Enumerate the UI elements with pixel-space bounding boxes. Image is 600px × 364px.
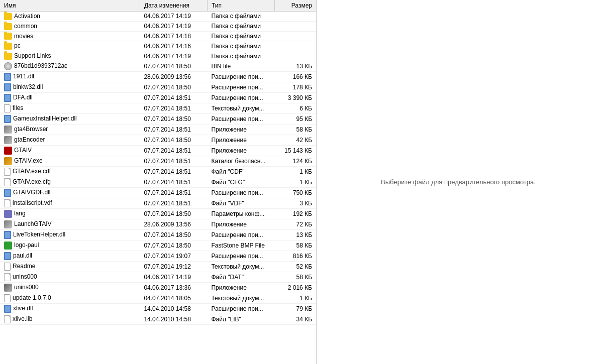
file-type-cell: Расширение при...: [207, 93, 274, 103]
file-type-cell: BIN file: [207, 61, 274, 72]
table-row[interactable]: Activation04.06.2017 14:19Папка с файлам…: [0, 12, 316, 22]
file-size-cell: 1 КБ: [275, 293, 317, 304]
file-name-cell: unins000: [0, 272, 140, 283]
dll-icon: [4, 231, 11, 239]
dll-icon: [4, 115, 11, 123]
table-row[interactable]: gtaEncoder07.07.2014 18:50Приложение42 К…: [0, 135, 316, 146]
table-row[interactable]: LiveTokenHelper.dll07.07.2014 18:50Расши…: [0, 230, 316, 240]
file-name-label: Support Links: [14, 52, 51, 59]
file-type-cell: Расширение при...: [207, 114, 274, 125]
file-size-cell: 42 КБ: [275, 135, 317, 146]
file-date-cell: 07.07.2014 18:51: [140, 177, 207, 188]
file-type-cell: FastStone BMP File: [207, 240, 274, 251]
file-size-cell: 166 КБ: [275, 72, 317, 82]
file-type-cell: Приложение: [207, 219, 274, 230]
table-row[interactable]: DFA.dll07.07.2014 18:51Расширение при...…: [0, 93, 316, 103]
table-row[interactable]: GTAIV07.07.2014 18:51Приложение15 143 КБ: [0, 146, 316, 156]
table-row[interactable]: GTAIV.exe07.07.2014 18:51Каталог безопас…: [0, 156, 316, 167]
file-list-pane[interactable]: Имя Дата изменения Тип Размер Activation…: [0, 0, 317, 364]
file-name-cell: GameuxInstallHelper.dll: [0, 114, 140, 125]
table-row[interactable]: gta4Browser07.07.2014 18:51Приложение58 …: [0, 125, 316, 135]
dll-icon: [4, 252, 11, 260]
file-size-cell: 15 143 КБ: [275, 146, 317, 156]
file-date-cell: 14.04.2010 14:58: [140, 314, 207, 325]
table-row[interactable]: GTAIVGDF.dll07.07.2014 18:51Расширение п…: [0, 188, 316, 198]
file-type-cell: Расширение при...: [207, 82, 274, 93]
file-name-label: common: [14, 23, 37, 30]
file-name-cell: common: [0, 21, 140, 31]
table-header-row: Имя Дата изменения Тип Размер: [0, 0, 316, 12]
col-header-date[interactable]: Дата изменения: [140, 0, 207, 12]
table-row[interactable]: Readme07.07.2014 19:12Текстовый докум...…: [0, 262, 316, 272]
bin-icon: [4, 62, 12, 70]
file-name-label: GTAIVGDF.dll: [13, 189, 50, 196]
file-name-label: installscript.vdf: [13, 199, 52, 206]
table-row[interactable]: common04.06.2017 14:19Папка с файлами: [0, 21, 316, 31]
file-date-cell: 07.07.2014 18:51: [140, 93, 207, 103]
file-type-cell: Расширение при...: [207, 188, 274, 198]
dll-icon: [4, 83, 11, 91]
file-icon: [4, 273, 11, 281]
file-date-cell: 07.07.2014 18:51: [140, 188, 207, 198]
table-row[interactable]: GTAIV.exe.cfg07.07.2014 18:51Файл "CFG"1…: [0, 177, 316, 188]
table-row[interactable]: unins00004.06.2017 13:36Приложение2 016 …: [0, 283, 316, 293]
file-name-cell: Activation: [0, 12, 140, 22]
file-date-cell: 04.07.2014 18:05: [140, 293, 207, 304]
file-name-label: unins000: [14, 284, 39, 291]
file-name-cell: unins000: [0, 283, 140, 293]
file-size-cell: 2 016 КБ: [275, 283, 317, 293]
file-name-label: xlive.lib: [13, 315, 32, 322]
table-row[interactable]: logo-paul07.07.2014 18:50FastStone BMP F…: [0, 240, 316, 251]
file-name-cell: gtaEncoder: [0, 135, 140, 146]
table-row[interactable]: installscript.vdf07.07.2014 18:51Файл "V…: [0, 198, 316, 209]
col-header-size[interactable]: Размер: [275, 0, 317, 12]
folder-icon: [4, 23, 12, 30]
file-name-label: files: [13, 104, 23, 111]
folder-icon: [4, 33, 12, 40]
file-size-cell: [275, 12, 317, 22]
file-name-label: paul.dll: [13, 252, 32, 259]
file-date-cell: 04.06.2017 14:16: [140, 41, 207, 51]
file-name-cell: binkw32.dll: [0, 82, 140, 93]
file-name-label: DFA.dll: [13, 94, 33, 101]
table-row[interactable]: binkw32.dll07.07.2014 18:50Расширение пр…: [0, 82, 316, 93]
table-row[interactable]: 1911.dll28.06.2009 13:56Расширение при..…: [0, 72, 316, 82]
file-name-cell: pc: [0, 41, 140, 51]
table-row[interactable]: GTAIV.exe.cdf07.07.2014 18:51Файл "CDF"1…: [0, 167, 316, 177]
file-name-label: gta4Browser: [14, 126, 48, 133]
file-size-cell: 178 КБ: [275, 82, 317, 93]
col-header-type[interactable]: Тип: [207, 0, 274, 12]
table-row[interactable]: unins00004.06.2017 14:19Файл "DAT"58 КБ: [0, 272, 316, 283]
file-name-label: GameuxInstallHelper.dll: [13, 115, 77, 122]
file-size-cell: 34 КБ: [275, 314, 317, 325]
txt-icon: [4, 294, 11, 302]
file-date-cell: 04.06.2017 14:19: [140, 51, 207, 61]
app-icon: [4, 220, 12, 228]
table-row[interactable]: 876bd1d9393712ac07.07.2014 18:50BIN file…: [0, 61, 316, 72]
file-name-cell: lang: [0, 209, 140, 219]
table-row[interactable]: xlive.dll14.04.2010 14:58Расширение при.…: [0, 304, 316, 314]
table-row[interactable]: files07.07.2014 18:51Текстовый докум...6…: [0, 103, 316, 114]
table-row[interactable]: lang07.07.2014 18:50Параметры конф...192…: [0, 209, 316, 219]
file-name-cell: installscript.vdf: [0, 198, 140, 209]
table-row[interactable]: paul.dll07.07.2014 19:07Расширение при..…: [0, 251, 316, 262]
file-type-cell: Каталог безопасн...: [207, 156, 274, 167]
lang-icon: [4, 210, 12, 218]
file-name-cell: GTAIV: [0, 146, 140, 156]
file-name-label: xlive.dll: [13, 305, 33, 312]
table-row[interactable]: xlive.lib14.04.2010 14:58Файл "LIB"34 КБ: [0, 314, 316, 325]
table-row[interactable]: LaunchGTAIV28.06.2009 13:56Приложение72 …: [0, 219, 316, 230]
file-size-cell: 52 КБ: [275, 262, 317, 272]
col-header-name[interactable]: Имя: [0, 0, 140, 12]
file-size-cell: 58 КБ: [275, 272, 317, 283]
preview-text: Выберите файл для предварительного просм…: [381, 178, 536, 186]
file-date-cell: 07.07.2014 18:50: [140, 209, 207, 219]
file-size-cell: 1 КБ: [275, 177, 317, 188]
table-row[interactable]: movies04.06.2017 14:18Папка с файлами: [0, 31, 316, 41]
table-row[interactable]: update 1.0.7.004.07.2014 18:05Текстовый …: [0, 293, 316, 304]
table-row[interactable]: GameuxInstallHelper.dll07.07.2014 18:50Р…: [0, 114, 316, 125]
table-row[interactable]: pc04.06.2017 14:16Папка с файлами: [0, 41, 316, 51]
file-type-cell: Текстовый докум...: [207, 293, 274, 304]
table-row[interactable]: Support Links04.06.2017 14:19Папка с фай…: [0, 51, 316, 61]
file-type-cell: Приложение: [207, 283, 274, 293]
